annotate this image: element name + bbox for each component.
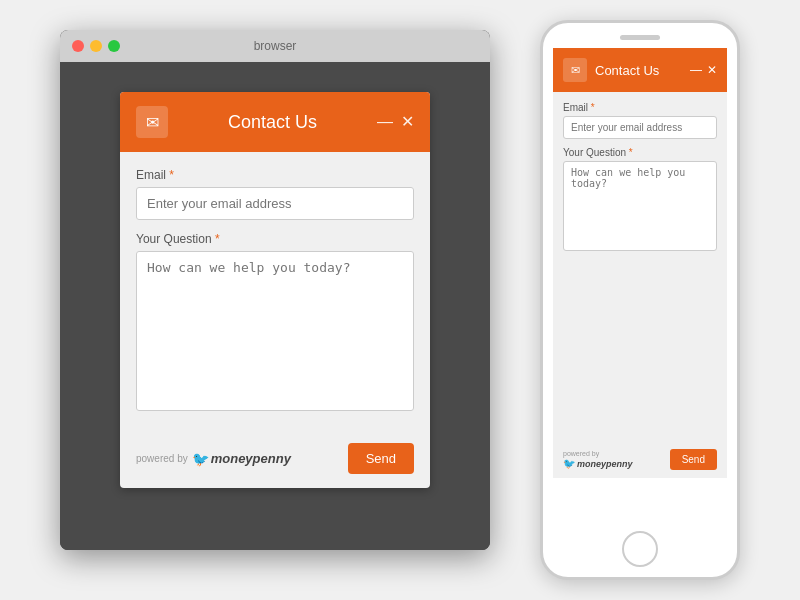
browser-title: browser [254, 39, 297, 53]
question-required: * [215, 232, 220, 246]
mobile-contact-widget: ✉ Contact Us — ✕ Email * Your Question * [553, 48, 727, 478]
phone-screen: ✉ Contact Us — ✕ Email * Your Question * [553, 48, 727, 478]
mobile-close-button[interactable]: ✕ [707, 63, 717, 77]
header-controls: — ✕ [377, 114, 414, 130]
mobile-phone: ✉ Contact Us — ✕ Email * Your Question * [540, 20, 740, 580]
mobile-question-textarea[interactable] [563, 161, 717, 251]
minimize-button[interactable]: — [377, 114, 393, 130]
mobile-moneypenny-logo: 🐦 moneypenny [563, 458, 633, 469]
logo-text: moneypenny [211, 451, 291, 466]
browser-window: browser ✉ Contact Us — ✕ Email * [60, 30, 490, 550]
widget-title: Contact Us [180, 112, 365, 133]
email-input[interactable] [136, 187, 414, 220]
email-required: * [169, 168, 174, 182]
mail-icon: ✉ [146, 113, 159, 132]
mobile-minimize-button[interactable]: — [690, 63, 702, 77]
mobile-header-controls: — ✕ [690, 63, 717, 77]
powered-by: powered by 🐦 moneypenny [136, 451, 291, 467]
mobile-mail-icon: ✉ [571, 64, 580, 77]
logo-bird-icon: 🐦 [192, 451, 209, 467]
phone-shell: ✉ Contact Us — ✕ Email * Your Question * [540, 20, 740, 580]
mobile-send-button[interactable]: Send [670, 449, 717, 470]
widget-footer: powered by 🐦 moneypenny Send [120, 435, 430, 488]
moneypenny-logo: 🐦 moneypenny [192, 451, 291, 467]
mobile-question-label: Your Question * [563, 147, 717, 158]
phone-speaker [620, 35, 660, 40]
phone-home-button[interactable] [622, 531, 658, 567]
widget-body: Email * Your Question * [120, 152, 430, 435]
browser-dots [72, 40, 120, 52]
dot-red[interactable] [72, 40, 84, 52]
mail-icon-wrap: ✉ [136, 106, 168, 138]
desktop-contact-widget: ✉ Contact Us — ✕ Email * Your Question * [120, 92, 430, 488]
dot-green[interactable] [108, 40, 120, 52]
question-label: Your Question * [136, 232, 414, 246]
mobile-email-required: * [591, 102, 595, 113]
email-label: Email * [136, 168, 414, 182]
mobile-widget-title: Contact Us [595, 63, 682, 78]
browser-titlebar: browser [60, 30, 490, 62]
mobile-widget-body: Email * Your Question * [553, 92, 727, 443]
send-button[interactable]: Send [348, 443, 414, 474]
mobile-powered-by: powered by 🐦 moneypenny [563, 450, 633, 469]
mobile-email-input[interactable] [563, 116, 717, 139]
mobile-logo-bird-icon: 🐦 [563, 458, 575, 469]
mobile-widget-header: ✉ Contact Us — ✕ [553, 48, 727, 92]
close-button[interactable]: ✕ [401, 114, 414, 130]
mobile-question-required: * [629, 147, 633, 158]
dot-yellow[interactable] [90, 40, 102, 52]
question-textarea[interactable] [136, 251, 414, 411]
mobile-mail-icon-wrap: ✉ [563, 58, 587, 82]
browser-body: ✉ Contact Us — ✕ Email * Your Question * [60, 62, 490, 550]
mobile-widget-footer: powered by 🐦 moneypenny Send [553, 443, 727, 478]
mobile-email-label: Email * [563, 102, 717, 113]
mobile-logo-text: moneypenny [577, 459, 633, 469]
widget-header: ✉ Contact Us — ✕ [120, 92, 430, 152]
